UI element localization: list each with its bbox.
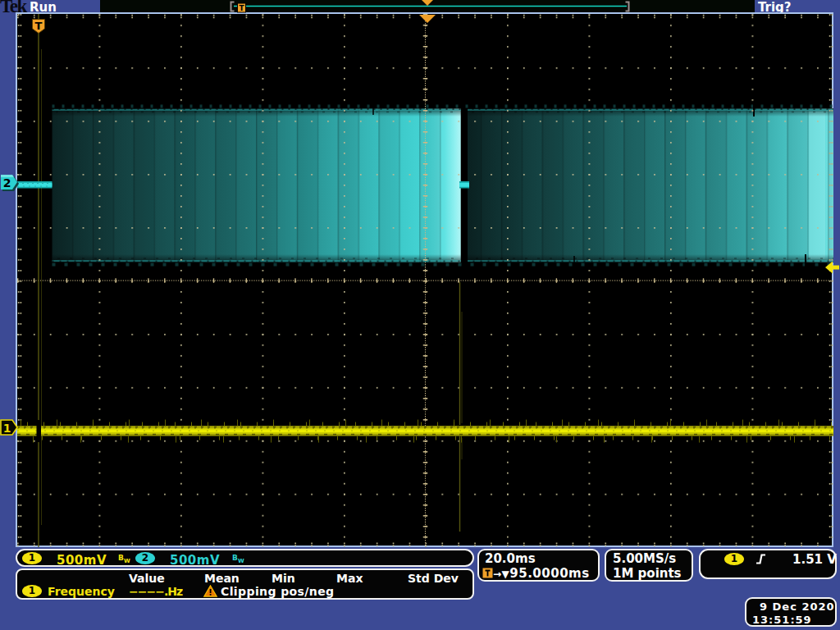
oscilloscope-screen: { "header": { "logo": "Tek", "acq_status… [0, 0, 840, 630]
record-length: 1M points [613, 566, 682, 581]
ch2-bandwidth-icon: BW [232, 555, 244, 565]
time-label: 13:51:59 [752, 614, 812, 626]
ch1-scale: 500mV [57, 553, 107, 568]
ch2-marker-label: 2 [3, 176, 11, 189]
warning-icon [203, 585, 217, 597]
ch1-reference-marker[interactable]: 1 [1, 420, 17, 435]
acquisition-box[interactable]: 5.00MS/s 1M points [605, 549, 693, 582]
meas-row-value: −−−−.Hz [129, 585, 182, 598]
trigger-level: 1.51 V [792, 552, 837, 567]
ch1-bandwidth-icon: BW [118, 555, 130, 565]
delay-arrow-icon: →▼ [493, 568, 509, 580]
meas-header-value: Value [129, 572, 165, 585]
timebase-scale: 20.0ms [485, 551, 536, 566]
ch2-badge[interactable]: 2 [135, 552, 155, 564]
ch2-reference-marker[interactable]: 2 [1, 175, 19, 191]
acq-bar-graphics: T [231, 0, 629, 12]
ch1-badge[interactable]: 1 [22, 552, 42, 564]
meas-header-max: Max [336, 572, 363, 585]
measurement-box[interactable]: Value Mean Min Max Std Dev 1 Frequency −… [16, 568, 474, 600]
acq-expansion-triangle [422, 0, 433, 6]
trigger-slope-icon [755, 553, 768, 565]
graphics-layer: T T 2 1 [0, 0, 840, 630]
ch2-scale: 500mV [170, 553, 220, 568]
ch1-bw-sub-letter: W [124, 558, 130, 564]
acq-trigger-marker-letter: T [239, 4, 244, 12]
timebase-box[interactable]: 20.0ms →▼95.0000ms [477, 549, 600, 582]
meas-header-mean: Mean [204, 572, 240, 585]
acq-window-left-bracket [231, 2, 235, 11]
ch2-bw-letter: B [232, 554, 238, 562]
trigger-position-marker-letter: T [35, 20, 43, 32]
timebase-delay: →▼95.0000ms [482, 566, 590, 581]
delay-value: 95.0000ms [509, 566, 589, 581]
channel-readout-box[interactable]: 1 500mV BW 2 500mV BW [16, 549, 474, 567]
datetime-box[interactable]: 9 Dec 2020 13:51:59 [745, 597, 837, 627]
delay-trigger-icon [482, 568, 493, 578]
meas-header-min: Min [272, 572, 295, 585]
meas-row-warning: Clipping pos/neg [221, 585, 335, 598]
meas-header-stddev: Std Dev [408, 572, 459, 585]
trigger-readout-box[interactable]: 1 1.51 V [699, 549, 837, 579]
meas-row-name: Frequency [48, 585, 115, 598]
ch2-bw-sub-letter: W [238, 558, 244, 564]
ch1-marker-label: 1 [3, 422, 11, 435]
sample-rate: 5.00MS/s [613, 551, 676, 566]
graticule-grid [17, 14, 833, 547]
trigger-source-badge: 1 [724, 553, 744, 565]
date-label: 9 Dec 2020 [760, 600, 835, 613]
meas-row-ch-badge: 1 [22, 585, 42, 597]
ch1-bw-letter: B [118, 554, 124, 562]
